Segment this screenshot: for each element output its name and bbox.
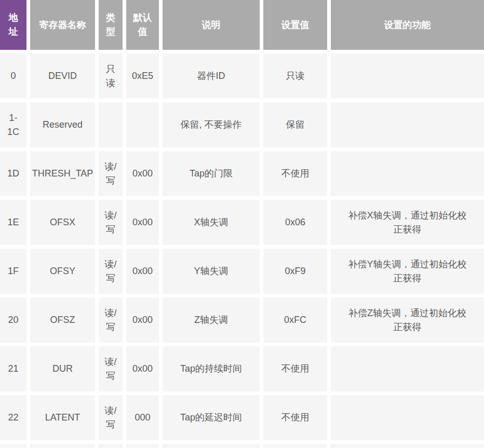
cell-set-value: 0xFC — [263, 297, 327, 343]
cell-description: 保留, 不要操作 — [163, 102, 260, 147]
cell-set-function — [331, 346, 484, 391]
cell-address: 0 — [0, 53, 26, 99]
cell-type — [99, 102, 123, 147]
cell-type: 读/写 — [99, 395, 123, 440]
cell-description: X轴失调 — [163, 200, 260, 245]
cell-set-value: 不使用 — [263, 395, 327, 440]
cell-description: Z轴失调 — [163, 297, 260, 343]
cell-default-value: 0xE5 — [126, 53, 159, 99]
cell-description: 器件ID — [163, 53, 260, 99]
cell-register-name: OFSZ — [30, 297, 95, 343]
cell-default-value: 0x00 — [126, 249, 159, 294]
cell-description: Y轴失调 — [163, 249, 260, 294]
cell-register-name: OFSX — [30, 200, 95, 245]
cell-set-function: 补偿X轴失调，通过初始化校正获得 — [331, 200, 484, 245]
cell-default-value: 0x00 — [126, 200, 159, 245]
column-header-set-function: 设置的功能 — [331, 0, 484, 50]
cell-set-value: 不使用 — [263, 346, 327, 391]
cell-default-value: 0x00 — [126, 346, 159, 391]
partial-row-cell — [0, 444, 26, 448]
partial-row-cell — [30, 444, 95, 448]
cell-type: 读/写 — [99, 297, 123, 343]
cell-address: 1D — [0, 151, 26, 196]
column-header-default-value: 默认值 — [126, 0, 159, 50]
partial-row-cell — [99, 444, 123, 448]
cell-set-function: 补偿Z轴失调，通过初始化校正获得 — [331, 297, 484, 343]
cell-set-value: 0xF9 — [263, 249, 327, 294]
cell-set-function — [331, 395, 484, 440]
cell-address: 22 — [0, 395, 26, 440]
column-header-address: 地址 — [0, 0, 26, 50]
cell-description: Tap的延迟时间 — [163, 395, 260, 440]
cell-address: 1E — [0, 200, 26, 245]
cell-type: 读/写 — [99, 200, 123, 245]
partial-row-cell — [263, 444, 327, 448]
cell-address: 1F — [0, 249, 26, 294]
cell-set-value: 保留 — [263, 102, 327, 147]
cell-set-function: 补偿Y轴失调，通过初始化校正获得 — [331, 249, 484, 294]
cell-address: 21 — [0, 346, 26, 391]
cell-set-function — [331, 53, 484, 99]
partial-row-cell — [126, 444, 159, 448]
cell-default-value — [126, 102, 159, 147]
partial-row-cell — [163, 444, 260, 448]
cell-register-name: OFSY — [30, 249, 95, 294]
cell-default-value: 0x00 — [126, 151, 159, 196]
cell-set-function — [331, 102, 484, 147]
register-table: 地址寄存器名称类型默认值说明设置值设置的功能0DEVID只读0xE5器件ID只读… — [0, 0, 484, 448]
cell-type: 只读 — [99, 53, 123, 99]
cell-register-name: THRESH_TAP — [30, 151, 95, 196]
column-header-set-value: 设置值 — [263, 0, 327, 50]
cell-type: 读/写 — [99, 346, 123, 391]
cell-type: 读/写 — [99, 249, 123, 294]
cell-register-name: DEVID — [30, 53, 95, 99]
cell-default-value: 0x00 — [126, 297, 159, 343]
cell-set-value: 0x06 — [263, 200, 327, 245]
partial-row-cell — [331, 444, 484, 448]
column-header-register-name: 寄存器名称 — [30, 0, 95, 50]
cell-set-value: 只读 — [263, 53, 327, 99]
cell-address: 20 — [0, 297, 26, 343]
cell-type: 读/写 — [99, 151, 123, 196]
column-header-type: 类型 — [99, 0, 123, 50]
column-header-description: 说明 — [163, 0, 260, 50]
cell-default-value: 000 — [126, 395, 159, 440]
cell-set-value: 不使用 — [263, 151, 327, 196]
cell-register-name: LATENT — [30, 395, 95, 440]
cell-address: 1-1C — [0, 102, 26, 147]
cell-register-name: Reserved — [30, 102, 95, 147]
cell-register-name: DUR — [30, 346, 95, 391]
cell-set-function — [331, 151, 484, 196]
register-table-page: 地址寄存器名称类型默认值说明设置值设置的功能0DEVID只读0xE5器件ID只读… — [0, 0, 484, 448]
cell-description: Tap的持续时间 — [163, 346, 260, 391]
cell-description: Tap的门限 — [163, 151, 260, 196]
